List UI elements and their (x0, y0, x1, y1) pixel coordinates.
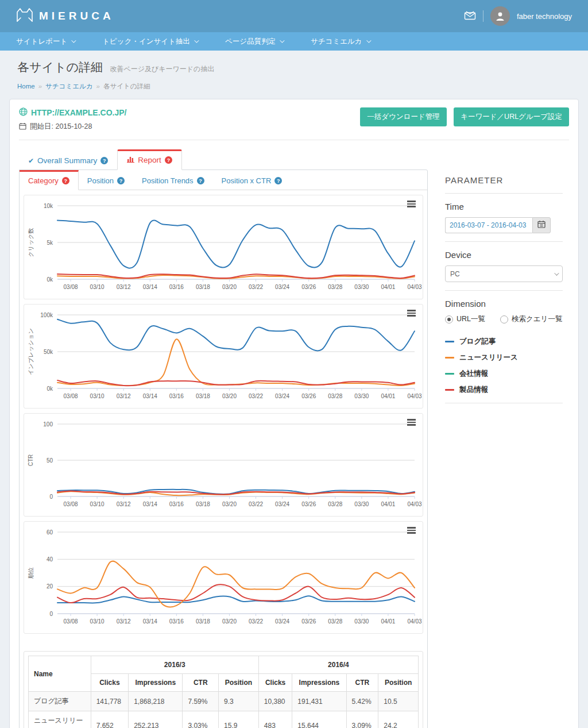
svg-text:5k: 5k (47, 240, 53, 246)
svg-text:03/28: 03/28 (328, 501, 342, 507)
radio-url-list[interactable]: URL一覧 (445, 314, 485, 324)
tab-position[interactable]: Position? (79, 170, 133, 190)
svg-text:04/01: 04/01 (381, 393, 395, 399)
svg-text:03/10: 03/10 (90, 393, 105, 399)
table-cell: 24.2 (378, 711, 419, 728)
svg-text:03/18: 03/18 (196, 393, 210, 399)
svg-text:50: 50 (47, 457, 53, 464)
table-cell: 15.9 (219, 711, 259, 728)
svg-text:04/03: 04/03 (407, 284, 421, 290)
chevron-down-icon (280, 38, 284, 43)
help-icon[interactable]: ? (62, 177, 69, 184)
table-cell: 5.42% (346, 692, 378, 711)
svg-text:100: 100 (43, 421, 53, 427)
calendar-icon (537, 220, 546, 230)
help-icon[interactable]: ? (165, 156, 172, 164)
legend-label: ニュースリリース (459, 353, 518, 363)
position-chart: 020406003/0803/1003/1203/1403/1603/1803/… (24, 521, 423, 634)
device-select[interactable]: PC (445, 265, 563, 282)
svg-text:03/26: 03/26 (301, 618, 316, 625)
svg-text:03/18: 03/18 (196, 618, 210, 625)
breadcrumb-sachiko[interactable]: サチコミエルカ (45, 83, 92, 90)
main-tabs: ✔ Overall Summary ? Report ? (19, 149, 569, 170)
dimension-label: Dimension (445, 299, 563, 309)
svg-text:03/16: 03/16 (169, 618, 184, 625)
svg-text:100k: 100k (40, 312, 53, 318)
legend-item[interactable]: 会社情報 (445, 369, 563, 379)
help-icon[interactable]: ? (197, 177, 204, 184)
chart-menu-icon[interactable] (407, 419, 416, 427)
legend-item[interactable]: ニュースリリース (445, 353, 563, 363)
radio-icon (445, 315, 453, 323)
date-range-input[interactable]: 2016-03-07 - 2016-04-03 (445, 217, 532, 233)
legend-item[interactable]: 製品情報 (445, 385, 563, 395)
chart-legend: ブログ記事ニュースリリース会社情報製品情報 (445, 337, 563, 395)
nav-item-site-report[interactable]: サイトレポート (16, 37, 75, 47)
table-cell: 1,868,218 (129, 692, 183, 711)
svg-text:60: 60 (47, 529, 53, 536)
legend-swatch (445, 389, 454, 391)
svg-text:03/30: 03/30 (354, 393, 369, 399)
time-label: Time (445, 202, 563, 211)
svg-text:03/24: 03/24 (275, 618, 289, 625)
avatar[interactable] (490, 6, 510, 26)
calendar-button[interactable] (532, 217, 551, 233)
summary-table-box: Name 2016/3 2016/4 Clicks Impressions CT… (24, 651, 423, 728)
help-icon[interactable]: ? (117, 177, 125, 184)
svg-text:04/01: 04/01 (381, 618, 395, 625)
tab-position-trends[interactable]: Position Trends? (133, 170, 213, 190)
svg-text:03/14: 03/14 (143, 284, 157, 290)
tab-overall-summary[interactable]: ✔ Overall Summary ? (19, 152, 117, 170)
main-nav: サイトレポート トピック・インサイト抽出 ページ品質判定 サチコミエルカ (0, 32, 588, 51)
nav-item-page-quality[interactable]: ページ品質判定 (225, 37, 283, 47)
svg-text:03/20: 03/20 (222, 618, 237, 625)
col-impressions: Impressions (292, 674, 346, 692)
site-url-link[interactable]: HTTP://EXAMPLE.CO.JP/ (19, 107, 126, 118)
radio-search-query-list[interactable]: 検索クエリ一覧 (500, 314, 562, 324)
svg-text:03/12: 03/12 (117, 501, 131, 507)
svg-text:03/30: 03/30 (354, 284, 369, 290)
help-icon[interactable]: ? (274, 177, 282, 184)
top-header: MIERUCA faber technology (0, 0, 588, 32)
table-row: ブログ記事141,7781,868,2187.59%9.310,380191,4… (29, 692, 419, 711)
svg-text:クリック数: クリック数 (28, 228, 34, 257)
main-card: HTTP://EXAMPLE.CO.JP/ 開始日: 2015-10-28 一括… (9, 99, 579, 728)
table-cell: ニュースリリース (29, 711, 91, 728)
svg-text:03/22: 03/22 (249, 393, 263, 399)
chevron-down-icon (366, 38, 371, 43)
svg-text:0k: 0k (47, 386, 53, 392)
tab-position-x-ctr[interactable]: Position x CTR? (213, 170, 291, 190)
table-cell: 10.5 (378, 692, 419, 711)
nav-item-topic-insight[interactable]: トピック・インサイト抽出 (102, 37, 198, 47)
chart-menu-icon[interactable] (407, 527, 416, 535)
table-cell: 3.03% (183, 711, 219, 728)
nav-item-sachiko-mieruca[interactable]: サチコミエルカ (311, 37, 370, 47)
svg-text:04/01: 04/01 (381, 501, 395, 507)
svg-text:0: 0 (49, 494, 53, 500)
keyword-url-group-button[interactable]: キーワード／URLグループ設定 (454, 107, 569, 126)
legend-item[interactable]: ブログ記事 (445, 337, 563, 346)
col-group-2016-4: 2016/4 (258, 656, 418, 674)
svg-text:03/10: 03/10 (90, 618, 105, 625)
chart-menu-icon[interactable] (407, 201, 416, 209)
svg-text:03/22: 03/22 (249, 618, 263, 625)
chevron-down-icon (71, 38, 76, 43)
brand[interactable]: MIERUCA (16, 7, 114, 25)
svg-text:03/22: 03/22 (249, 501, 263, 507)
radio-icon (500, 315, 508, 323)
mail-icon[interactable] (464, 10, 476, 22)
summary-table: Name 2016/3 2016/4 Clicks Impressions CT… (28, 656, 419, 728)
svg-text:03/18: 03/18 (196, 501, 210, 507)
tab-category[interactable]: Category? (20, 170, 79, 190)
ctr-chart: 05010003/0803/1003/1203/1403/1603/1803/2… (24, 413, 423, 517)
legend-swatch (445, 373, 454, 375)
breadcrumb-home[interactable]: Home (17, 83, 35, 90)
bulk-download-button[interactable]: 一括ダウンロード管理 (360, 107, 446, 126)
help-icon[interactable]: ? (100, 157, 108, 164)
tab-report[interactable]: Report ? (117, 149, 182, 170)
site-start-date: 開始日: 2015-10-28 (19, 122, 126, 132)
chart-menu-icon[interactable] (407, 310, 416, 318)
account-name[interactable]: faber technology (517, 12, 572, 21)
col-position: Position (219, 674, 259, 692)
divider (445, 403, 563, 403)
